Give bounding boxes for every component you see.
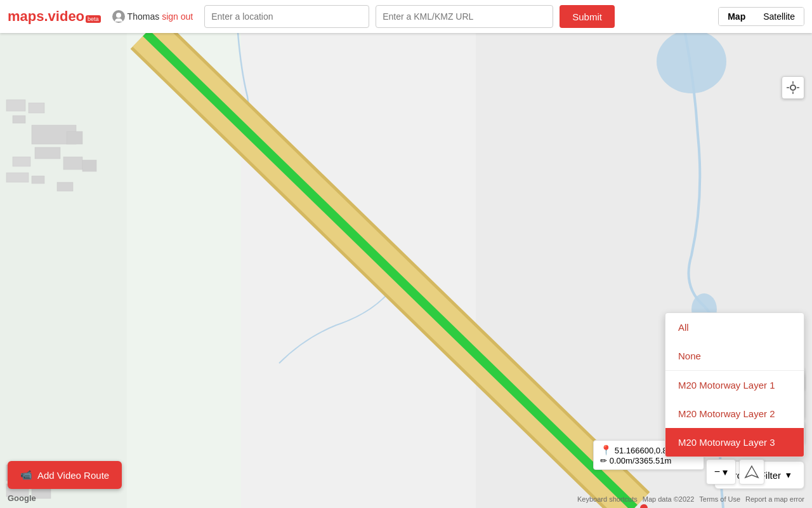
map-type-map-button[interactable]: Map <box>719 8 754 25</box>
logo: maps.videobeta <box>8 8 101 25</box>
svg-rect-18 <box>32 176 44 184</box>
header: maps.videobeta Thomas sign out Submit Ma… <box>0 0 812 33</box>
google-logo-text: Google <box>8 493 36 503</box>
logo-video-text: video <box>48 8 84 25</box>
google-logo: Google <box>8 493 36 503</box>
zoom-minus-icon: − <box>714 466 720 478</box>
svg-rect-15 <box>63 157 82 170</box>
svg-rect-13 <box>35 147 60 159</box>
map-type-satellite-button[interactable]: Satellite <box>754 8 804 25</box>
svg-rect-16 <box>82 160 96 171</box>
add-video-route-label: Add Video Route <box>37 470 109 481</box>
add-video-route-button[interactable]: 📹 Add Video Route <box>8 461 122 489</box>
project-filter-dropdown: All None M20 Motorway Layer 1 M20 Motorw… <box>665 312 804 457</box>
svg-rect-17 <box>6 173 29 182</box>
terms-of-use-link[interactable]: Terms of Use <box>699 495 740 503</box>
submit-button[interactable]: Submit <box>560 5 615 28</box>
navigation-record-button[interactable] <box>739 459 764 485</box>
user-avatar-icon <box>112 10 125 23</box>
location-pin-icon: 📍 <box>600 444 612 456</box>
distance-row: ✏ 0.00m/3365.51m <box>600 456 697 465</box>
map-area[interactable]: + − 📍 51.166600,0.858600 ⎘ ✏ 0.00m/3365.… <box>0 33 812 508</box>
map-data-text: Map data ©2022 <box>643 495 695 503</box>
dropdown-item-layer2[interactable]: M20 Motorway Layer 2 <box>665 399 804 428</box>
map-attribution: Keyboard shortcuts Map data ©2022 Terms … <box>577 495 804 503</box>
sign-out-link[interactable]: sign out <box>162 11 193 22</box>
geolocate-icon <box>787 81 799 94</box>
svg-rect-19 <box>57 182 73 191</box>
location-input[interactable] <box>204 5 369 28</box>
svg-rect-9 <box>29 103 44 113</box>
svg-rect-8 <box>6 100 25 111</box>
user-icon <box>114 11 124 22</box>
keyboard-shortcuts-link[interactable]: Keyboard shortcuts <box>577 495 638 503</box>
logo-maps-text: maps. <box>8 8 48 25</box>
dropdown-item-layer1[interactable]: M20 Motorway Layer 1 <box>665 371 804 399</box>
svg-point-30 <box>790 85 796 90</box>
zoom-level-dropdown[interactable]: − ▾ <box>706 459 736 485</box>
svg-rect-10 <box>13 116 25 123</box>
kml-url-input[interactable] <box>376 5 553 28</box>
user-section: Thomas sign out <box>112 10 193 23</box>
dropdown-item-layer3[interactable]: M20 Motorway Layer 3 <box>665 428 804 457</box>
dropdown-item-all[interactable]: All <box>665 313 804 342</box>
dropdown-item-none[interactable]: None <box>665 342 804 370</box>
navigation-icon <box>744 464 759 479</box>
zoom-dropdown-arrow: ▾ <box>723 466 728 478</box>
svg-marker-38 <box>745 466 758 478</box>
ruler-icon: ✏ <box>600 456 607 465</box>
report-error-link[interactable]: Report a map error <box>745 495 804 503</box>
logo-beta-badge: beta <box>86 15 101 23</box>
svg-point-0 <box>116 13 121 18</box>
user-name: Thomas <box>128 11 160 22</box>
distance-value: 0.00m/3365.51m <box>610 456 672 465</box>
geolocate-button[interactable] <box>782 76 804 99</box>
svg-rect-12 <box>67 131 82 144</box>
map-type-toggle: Map Satellite <box>718 7 804 26</box>
video-route-icon: 📹 <box>20 469 32 481</box>
dropdown-arrow-icon: ▾ <box>786 469 791 481</box>
svg-rect-14 <box>13 157 30 166</box>
